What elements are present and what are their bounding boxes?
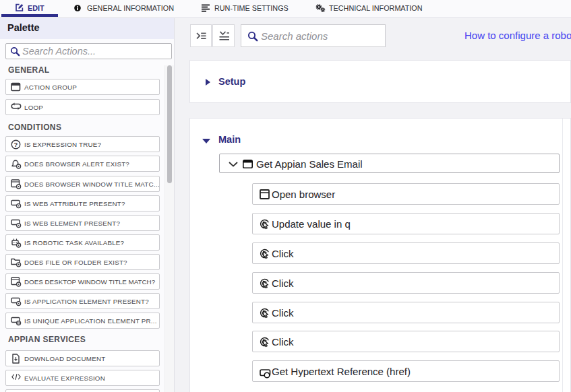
svg-text:?: ? <box>14 141 18 148</box>
